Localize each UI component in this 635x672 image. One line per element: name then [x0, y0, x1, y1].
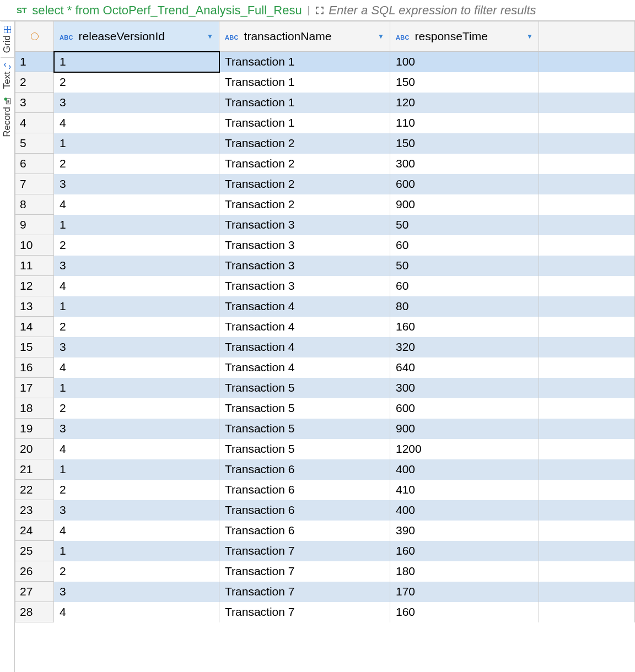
- table-row[interactable]: 44Transaction 1110: [15, 113, 635, 133]
- row-number[interactable]: 24: [15, 521, 54, 541]
- cell[interactable]: 2: [54, 398, 219, 419]
- row-number[interactable]: 12: [15, 276, 54, 296]
- cell[interactable]: Transaction 1: [219, 72, 390, 93]
- row-number[interactable]: 14: [15, 317, 54, 337]
- filter-input[interactable]: [329, 3, 633, 18]
- cell[interactable]: 50: [390, 256, 539, 276]
- header-releaseVersionId[interactable]: ABC releaseVersionId ▼: [54, 21, 219, 52]
- sql-query-text[interactable]: select * from OctoPerf_Trend_Analysis_Fu…: [32, 3, 302, 18]
- cell[interactable]: Transaction 6: [219, 480, 390, 500]
- table-row[interactable]: 142Transaction 4160: [15, 317, 635, 337]
- table-row[interactable]: 102Transaction 360: [15, 235, 635, 256]
- table-row[interactable]: 211Transaction 6400: [15, 459, 635, 480]
- row-number[interactable]: 28: [15, 602, 54, 622]
- cell[interactable]: Transaction 5: [219, 378, 390, 398]
- header-transactionName[interactable]: ABC transactionName ▼: [219, 21, 390, 52]
- cell[interactable]: 900: [390, 194, 539, 215]
- cell[interactable]: 1: [54, 52, 219, 72]
- row-number[interactable]: 2: [15, 72, 54, 93]
- cell[interactable]: 4: [54, 276, 219, 296]
- table-row[interactable]: 73Transaction 2600: [15, 174, 635, 194]
- data-grid[interactable]: ABC releaseVersionId ▼ ABC transactionNa…: [15, 21, 635, 672]
- cell[interactable]: 1: [54, 215, 219, 235]
- table-row[interactable]: 62Transaction 2300: [15, 154, 635, 174]
- table-row[interactable]: 113Transaction 350: [15, 256, 635, 276]
- row-number[interactable]: 3: [15, 93, 54, 113]
- cell[interactable]: Transaction 2: [219, 174, 390, 194]
- cell[interactable]: Transaction 1: [219, 52, 390, 72]
- row-number[interactable]: 25: [15, 541, 54, 561]
- table-row[interactable]: 251Transaction 7160: [15, 541, 635, 561]
- row-number[interactable]: 20: [15, 439, 54, 459]
- table-row[interactable]: 51Transaction 2150: [15, 133, 635, 154]
- cell[interactable]: 3: [54, 256, 219, 276]
- cell[interactable]: Transaction 4: [219, 317, 390, 337]
- cell[interactable]: 170: [390, 582, 539, 602]
- cell[interactable]: 400: [390, 500, 539, 521]
- cell[interactable]: Transaction 4: [219, 357, 390, 378]
- cell[interactable]: Transaction 1: [219, 93, 390, 113]
- cell[interactable]: Transaction 2: [219, 154, 390, 174]
- table-row[interactable]: 233Transaction 6400: [15, 500, 635, 521]
- cell[interactable]: 180: [390, 561, 539, 582]
- row-number[interactable]: 13: [15, 296, 54, 317]
- cell[interactable]: Transaction 7: [219, 541, 390, 561]
- cell[interactable]: Transaction 1: [219, 113, 390, 133]
- table-row[interactable]: 244Transaction 6390: [15, 521, 635, 541]
- cell[interactable]: Transaction 3: [219, 256, 390, 276]
- table-row[interactable]: 171Transaction 5300: [15, 378, 635, 398]
- sidebar-tab-grid[interactable]: Grid: [1, 21, 14, 57]
- sidebar-tab-text[interactable]: Text: [1, 57, 14, 93]
- cell[interactable]: 2: [54, 561, 219, 582]
- cell[interactable]: Transaction 3: [219, 235, 390, 256]
- table-row[interactable]: 22Transaction 1150: [15, 72, 635, 93]
- cell[interactable]: 60: [390, 235, 539, 256]
- cell[interactable]: 3: [54, 174, 219, 194]
- cell[interactable]: 900: [390, 419, 539, 439]
- dropdown-icon[interactable]: ▼: [378, 32, 384, 40]
- cell[interactable]: Transaction 6: [219, 459, 390, 480]
- row-number[interactable]: 17: [15, 378, 54, 398]
- cell[interactable]: 2: [54, 72, 219, 93]
- table-row[interactable]: 182Transaction 5600: [15, 398, 635, 419]
- table-row[interactable]: 273Transaction 7170: [15, 582, 635, 602]
- cell[interactable]: Transaction 3: [219, 276, 390, 296]
- table-row[interactable]: 193Transaction 5900: [15, 419, 635, 439]
- cell[interactable]: Transaction 6: [219, 521, 390, 541]
- cell[interactable]: 1: [54, 296, 219, 317]
- cell[interactable]: Transaction 7: [219, 582, 390, 602]
- cell[interactable]: 1: [54, 378, 219, 398]
- cell[interactable]: 4: [54, 194, 219, 215]
- cell[interactable]: 2: [54, 317, 219, 337]
- cell[interactable]: 2: [54, 154, 219, 174]
- cell[interactable]: 150: [390, 133, 539, 154]
- cell[interactable]: Transaction 4: [219, 337, 390, 357]
- cell[interactable]: 4: [54, 113, 219, 133]
- cell[interactable]: 60: [390, 276, 539, 296]
- table-row[interactable]: 204Transaction 51200: [15, 439, 635, 459]
- cell[interactable]: 160: [390, 602, 539, 622]
- sidebar-tab-record[interactable]: Record: [1, 93, 14, 142]
- row-number[interactable]: 4: [15, 113, 54, 133]
- row-number[interactable]: 16: [15, 357, 54, 378]
- cell[interactable]: Transaction 2: [219, 133, 390, 154]
- header-responseTime[interactable]: ABC responseTime ▼: [390, 21, 539, 52]
- cell[interactable]: 390: [390, 521, 539, 541]
- dropdown-icon[interactable]: ▼: [207, 32, 213, 40]
- cell[interactable]: 1: [54, 541, 219, 561]
- cell[interactable]: Transaction 6: [219, 500, 390, 521]
- table-row[interactable]: 33Transaction 1120: [15, 93, 635, 113]
- cell[interactable]: 3: [54, 419, 219, 439]
- row-number[interactable]: 8: [15, 194, 54, 215]
- table-row[interactable]: 262Transaction 7180: [15, 561, 635, 582]
- cell[interactable]: 4: [54, 521, 219, 541]
- cell[interactable]: 110: [390, 113, 539, 133]
- cell[interactable]: 150: [390, 72, 539, 93]
- cell[interactable]: Transaction 5: [219, 439, 390, 459]
- table-row[interactable]: 131Transaction 480: [15, 296, 635, 317]
- cell[interactable]: 4: [54, 602, 219, 622]
- cell[interactable]: 100: [390, 52, 539, 72]
- cell[interactable]: 400: [390, 459, 539, 480]
- table-row[interactable]: 91Transaction 350: [15, 215, 635, 235]
- cell[interactable]: 300: [390, 154, 539, 174]
